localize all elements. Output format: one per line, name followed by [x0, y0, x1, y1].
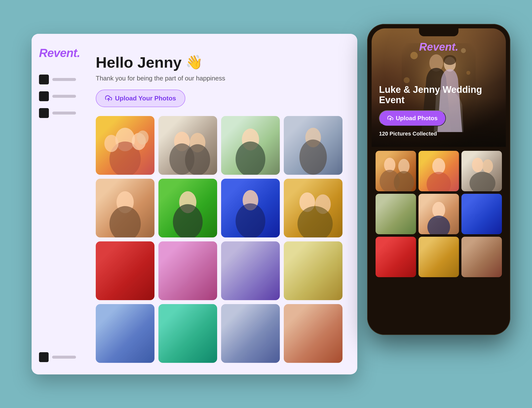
svg-point-6 — [137, 130, 149, 144]
photo-cell-9[interactable] — [96, 241, 154, 300]
nav-icon-2 — [39, 91, 49, 101]
phone-event-title: Luke & Jenny Wedding Event — [379, 85, 498, 105]
sidebar: Revent. — [32, 34, 83, 374]
svg-point-34 — [443, 55, 456, 65]
nav-label-2 — [52, 95, 76, 98]
photo-cell-6[interactable] — [158, 179, 217, 237]
photo-cell-8[interactable] — [284, 179, 342, 237]
svg-point-4 — [104, 135, 118, 152]
photo-cell-2[interactable] — [158, 116, 217, 175]
svg-point-55 — [427, 215, 450, 234]
nav-label-1 — [52, 78, 76, 81]
phone-hero: Revent. Luke & Jenny Wedding Event Uploa… — [372, 28, 506, 147]
photo-cell-12[interactable] — [284, 241, 342, 300]
scene: Revent. — [19, 19, 513, 389]
photo-cell-10[interactable] — [158, 241, 217, 300]
phone-upload-button[interactable]: Upload Photos — [379, 110, 446, 126]
phone-hero-content: Luke & Jenny Wedding Event Upload Photos… — [379, 85, 498, 137]
upload-btn-label: Upload Your Photos — [115, 95, 176, 102]
photo-cell-1[interactable] — [96, 116, 154, 175]
nav-icon-3 — [39, 108, 49, 118]
nav-icon-1 — [39, 75, 49, 84]
svg-point-14 — [236, 141, 266, 175]
nav-label-3 — [52, 112, 76, 115]
phone-photo-9[interactable] — [461, 237, 502, 277]
svg-point-37 — [466, 71, 470, 75]
phone-photo-8[interactable] — [418, 237, 459, 277]
svg-point-38 — [404, 77, 410, 83]
greeting-text: Hello Jenny — [96, 54, 182, 71]
phone-photo-1[interactable] — [376, 151, 416, 191]
svg-point-35 — [410, 52, 418, 59]
upload-icon — [105, 95, 112, 102]
sidebar-item-1[interactable] — [39, 75, 76, 84]
wave-emoji: 👋 — [186, 54, 203, 70]
svg-point-23 — [173, 204, 203, 237]
svg-point-26 — [236, 203, 266, 237]
desktop-app: Revent. — [32, 34, 357, 374]
phone-upload-label: Upload Photos — [396, 115, 437, 122]
photo-cell-11[interactable] — [221, 241, 280, 300]
phone-logo: Revent. — [419, 41, 458, 53]
svg-point-11 — [185, 144, 210, 175]
svg-point-36 — [461, 48, 466, 53]
phone-screen: Revent. Luke & Jenny Wedding Event Uploa… — [372, 28, 506, 330]
photo-cell-14[interactable] — [158, 304, 217, 363]
phone-photo-5[interactable] — [418, 194, 459, 234]
photo-cell-3[interactable] — [221, 116, 280, 175]
sidebar-nav — [39, 75, 76, 118]
svg-point-50 — [472, 157, 483, 172]
main-content: Hello Jenny 👋 Thank you for being the pa… — [83, 34, 357, 374]
bottom-icon — [39, 352, 49, 362]
greeting-section: Hello Jenny 👋 Thank you for being the pa… — [96, 54, 342, 107]
phone-photo-7[interactable] — [376, 237, 416, 277]
photo-cell-15[interactable] — [221, 304, 280, 363]
phone-pictures-count: 120 Pictures Collected — [379, 131, 498, 137]
greeting-title: Hello Jenny 👋 — [96, 54, 342, 71]
svg-point-20 — [110, 206, 141, 237]
logo-area: Revent. — [39, 46, 76, 60]
sidebar-item-3[interactable] — [39, 108, 76, 118]
svg-point-48 — [427, 172, 451, 191]
phone-upload-icon — [387, 115, 393, 121]
phone-photo-6[interactable] — [461, 194, 502, 234]
greeting-subtitle: Thank you for being the part of our happ… — [96, 75, 342, 82]
bottom-label — [52, 356, 76, 359]
photo-cell-7[interactable] — [221, 179, 280, 237]
phone-frame: Revent. Luke & Jenny Wedding Event Uploa… — [367, 24, 510, 335]
sidebar-item-2[interactable] — [39, 91, 76, 101]
photo-cell-4[interactable] — [284, 116, 342, 175]
phone-notch — [419, 28, 458, 36]
photo-cell-16[interactable] — [284, 304, 342, 363]
sidebar-bottom[interactable] — [39, 352, 76, 362]
photo-cell-13[interactable] — [96, 304, 154, 363]
svg-point-52 — [470, 172, 495, 191]
phone-photo-grid — [372, 147, 506, 281]
photo-grid — [96, 116, 342, 363]
phone-photo-3[interactable] — [461, 151, 502, 191]
upload-photos-button[interactable]: Upload Your Photos — [96, 90, 185, 107]
photo-cell-5[interactable] — [96, 179, 154, 237]
app-logo: Revent. — [39, 46, 76, 60]
phone-container: Revent. Luke & Jenny Wedding Event Uploa… — [367, 24, 520, 345]
svg-point-51 — [482, 159, 493, 173]
phone-photo-4[interactable] — [376, 194, 416, 234]
phone-photo-2[interactable] — [418, 151, 459, 191]
svg-point-17 — [299, 139, 327, 175]
